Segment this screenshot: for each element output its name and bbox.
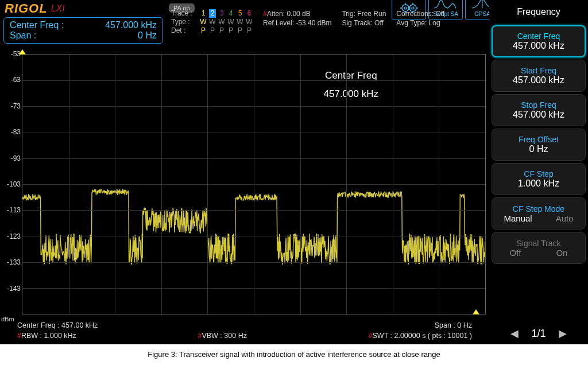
center-freq-softkey-title: Center Freq bbox=[517, 32, 560, 41]
signal-track-title: Signal Track bbox=[516, 239, 560, 248]
softkey-stop-freq[interactable]: Stop Freq 457.000 kHz bbox=[492, 94, 586, 126]
trace-4[interactable]: 4 bbox=[227, 9, 234, 18]
det-6: P bbox=[246, 26, 253, 35]
bottom-status: Center Freq : 457.00 kHz Span : 0 Hz #RB… bbox=[0, 320, 489, 344]
type-3: W bbox=[218, 18, 225, 26]
center-freq-label: Center Freq : bbox=[10, 20, 64, 30]
stop-freq-softkey-value: 457.000 kHz bbox=[513, 110, 564, 120]
type-5: W bbox=[237, 18, 243, 26]
pager-next[interactable]: ▶ bbox=[559, 327, 567, 340]
type-6: W bbox=[246, 18, 253, 26]
rbw-value: 1.000 kHz bbox=[44, 332, 76, 340]
signal-track-on[interactable]: On bbox=[556, 248, 567, 258]
marker-top-left bbox=[19, 49, 26, 55]
vbw-label: VBW : bbox=[202, 332, 224, 340]
signal-track-off[interactable]: Off bbox=[510, 248, 521, 258]
span-label: Span : bbox=[10, 30, 36, 41]
freq-offset-softkey-value: 0 Hz bbox=[529, 144, 548, 154]
center-freq-value: 457.000 kHz bbox=[105, 20, 157, 30]
span-value: 0 Hz bbox=[138, 30, 157, 41]
trace-5[interactable]: 5 bbox=[237, 9, 243, 18]
type-4: W bbox=[227, 18, 234, 26]
rbw-label: RBW : bbox=[21, 332, 44, 340]
y-axis-labels: -53-63-73-83-93-103-113-123-133-143 bbox=[0, 50, 22, 320]
lxi-badge: LXI bbox=[51, 3, 65, 14]
plot-area[interactable]: -53-63-73-83-93-103-113-123-133-143 dBm … bbox=[0, 50, 489, 320]
cf-step-softkey-value: 1.000 kHz bbox=[518, 178, 559, 189]
center-freq-softkey-value: 457.000 kHz bbox=[513, 41, 564, 51]
trace-3[interactable]: 3 bbox=[218, 9, 225, 18]
trace-1[interactable]: 1 bbox=[200, 9, 207, 18]
softkey-signal-track[interactable]: Signal Track Off On bbox=[492, 232, 586, 264]
softkey-panel: Frequency Center Freq 457.000 kHz Start … bbox=[489, 0, 588, 344]
softkey-pager: ◀ 1/1 ▶ bbox=[492, 324, 586, 343]
freq-summary-box[interactable]: Center Freq : 457.000 kHz Span : 0 Hz bbox=[3, 17, 163, 44]
pager-text: 1/1 bbox=[531, 328, 546, 340]
det-5: P bbox=[237, 26, 243, 35]
det-4: P bbox=[227, 26, 234, 35]
cf-step-mode-auto[interactable]: Auto bbox=[556, 213, 574, 223]
type-label: Type : bbox=[171, 18, 198, 26]
det-3: P bbox=[218, 26, 225, 35]
swt-value: 2.00000 s ( pts : 10001 ) bbox=[394, 332, 472, 340]
det-label: Det : bbox=[171, 26, 198, 35]
type-2: W bbox=[209, 18, 216, 26]
atten-ref-info: #Atten: 0.00 dB Ref Level: -53.40 dBm bbox=[263, 9, 331, 28]
overlay-title: Center Freq bbox=[325, 70, 377, 81]
brand-logo: RIGOL bbox=[5, 1, 48, 16]
trace-label: Trace : bbox=[171, 9, 198, 18]
det-2: P bbox=[209, 26, 216, 35]
cf-step-softkey-title: CF Step bbox=[524, 169, 553, 178]
trace-2[interactable]: 2 bbox=[209, 9, 216, 18]
bottom-span: Span : 0 Hz bbox=[435, 320, 472, 331]
cf-step-mode-title: CF Step Mode bbox=[513, 204, 564, 213]
softkey-cf-step[interactable]: CF Step 1.000 kHz bbox=[492, 163, 586, 195]
cf-step-mode-manual[interactable]: Manual bbox=[504, 213, 532, 223]
softkey-center-freq[interactable]: Center Freq 457.000 kHz bbox=[492, 25, 586, 57]
bottom-center-freq: Center Freq : 457.00 kHz bbox=[17, 320, 98, 331]
figure-caption: Figure 3: Transceiver signal with introd… bbox=[0, 350, 588, 359]
softkey-freq-offset[interactable]: Freq Offset 0 Hz bbox=[492, 129, 586, 161]
stop-freq-softkey-title: Stop Freq bbox=[521, 100, 556, 110]
swt-label: SWT : bbox=[373, 332, 394, 340]
corr-avg-info: Corrections: Off Avg Type: Log bbox=[396, 9, 444, 28]
trace-6[interactable]: 6 bbox=[246, 9, 253, 18]
pager-prev[interactable]: ◀ bbox=[510, 327, 519, 340]
marker-bottom-right bbox=[473, 309, 479, 314]
trig-sig-info: Trig: Free Run Sig Track: Off bbox=[342, 9, 386, 28]
trace-info: Trace : 1 2 3 4 5 6 Type : W W W W bbox=[171, 9, 253, 35]
overlay-value: 457.000 kHz bbox=[324, 88, 378, 100]
softkey-cf-step-mode[interactable]: CF Step Mode Manual Auto bbox=[492, 197, 586, 230]
softkey-start-freq[interactable]: Start Freq 457.000 kHz bbox=[492, 60, 586, 92]
start-freq-softkey-title: Start Freq bbox=[521, 66, 556, 75]
softkey-header: Frequency bbox=[492, 1, 586, 23]
plot-grid: Center Freq 457.000 kHz bbox=[22, 54, 486, 314]
type-1: W bbox=[200, 18, 207, 26]
det-1: P bbox=[200, 26, 207, 35]
start-freq-softkey-value: 457.000 kHz bbox=[513, 75, 564, 86]
freq-offset-softkey-title: Freq Offset bbox=[519, 135, 559, 144]
vbw-value: 300 Hz bbox=[224, 332, 247, 340]
